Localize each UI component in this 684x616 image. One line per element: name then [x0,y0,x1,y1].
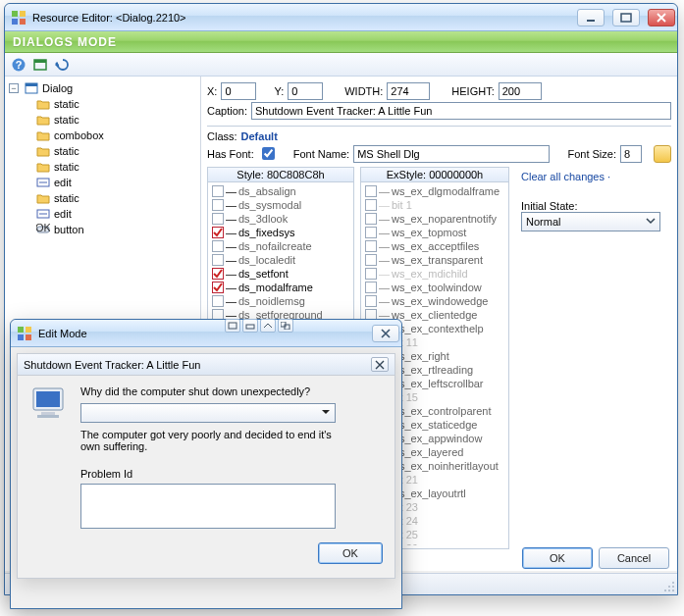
caption-label: Caption: [207,105,247,117]
tool-icon[interactable] [278,319,293,333]
help-icon[interactable]: ? [11,57,26,73]
edit-close-button[interactable] [372,325,399,342]
ok-button[interactable]: OK [522,547,593,569]
svg-rect-33 [366,214,377,225]
svg-rect-1 [20,11,26,17]
style-checkbox[interactable]: —ds_nofailcreate [212,239,349,253]
tree-item[interactable]: static [9,112,196,128]
style-checkbox[interactable]: —ds_absalign [212,184,349,198]
preview-close-icon[interactable] [371,357,389,372]
exstyle-checkbox[interactable]: —ws_ex_toolwindow [365,281,504,294]
mode-ribbon: DIALOGS MODE [5,31,677,53]
x-input[interactable] [221,82,256,100]
chevron-down-icon [321,407,331,419]
svg-point-68 [672,590,674,591]
cancel-button[interactable]: Cancel [599,547,669,569]
question-text: Why did the computer shut down unexpecte… [80,385,383,397]
tree-item[interactable]: static [9,159,196,175]
exstyle-checkbox[interactable]: —bit 1 [365,198,504,212]
hasfont-checkbox[interactable] [262,147,275,160]
tree-item[interactable]: static [9,190,196,206]
svg-rect-39 [366,296,377,307]
edit-icon [36,176,50,189]
caption-input[interactable] [251,102,671,120]
undo-icon[interactable] [54,57,70,73]
fontsize-input[interactable] [620,145,642,163]
tree-item-label: combobox [54,129,104,141]
expander-icon[interactable]: − [9,83,19,93]
preview-dialog-titlebar[interactable]: Shutdown Event Tracker: A Little Fun [18,354,395,376]
tree-item-label: edit [54,208,72,220]
tree-item[interactable]: OKbutton [9,222,196,237]
folder-icon [36,128,50,142]
class-value[interactable]: Default [241,130,278,142]
tree-item-label: static [54,114,79,126]
exstyle-checkbox[interactable]: —ws_ex_acceptfiles [365,239,504,253]
tree-root[interactable]: − Dialog [9,80,196,96]
folder-icon [36,160,50,174]
preview-ok-button[interactable]: OK [318,542,383,564]
tool-icon[interactable] [242,319,258,333]
folder-icon [36,144,50,158]
tree-item[interactable]: static [9,96,196,112]
tool-icon[interactable] [225,319,240,333]
style-checkbox[interactable]: —ds_modalframe [212,281,349,294]
style-checkbox[interactable]: —ds_setfont [212,267,349,281]
exstyle-checkbox[interactable]: —ws_ex_windowedge [365,294,504,308]
svg-rect-72 [26,334,31,340]
description-text: The computer got very poorly and decided… [80,429,345,452]
exstyle-checkbox[interactable]: —ws_ex_noparentnotify [365,212,504,226]
height-input[interactable] [499,82,542,100]
edit-window-title: Edit Mode [38,328,364,339]
close-button[interactable] [648,9,675,26]
svg-rect-73 [229,323,237,329]
checkbox-icon [212,213,224,225]
svg-rect-34 [366,228,377,238]
dialog-icon [25,81,38,95]
width-input[interactable] [387,82,430,100]
checkbox-icon [365,268,377,280]
tool-icon[interactable] [260,319,276,333]
edit-mode-window[interactable]: Edit Mode Shutdown Event Tracker: A Litt… [10,319,402,609]
view-icon[interactable] [32,57,48,73]
clear-changes-link[interactable]: Clear all changes [521,171,605,182]
tree-item-label: static [54,192,79,204]
chevron-down-icon [646,216,656,228]
checkbox-icon [365,185,377,197]
style-checkbox[interactable]: —ds_3dlook [212,212,349,226]
exstyle-checkbox[interactable]: —ws_ex_mdichild [365,267,504,281]
resize-grip-icon[interactable] [661,579,675,592]
svg-rect-18 [213,186,224,197]
hasfont-label: Has Font: [207,148,254,160]
svg-rect-80 [37,415,59,418]
style-checkbox[interactable]: —ds_noidlemsg [212,294,349,308]
svg-text:OK: OK [36,223,50,233]
fontname-input[interactable] [353,145,550,163]
y-input[interactable] [288,82,323,100]
svg-rect-74 [246,325,254,329]
tree-item[interactable]: edit [9,175,196,190]
style-checkbox[interactable]: —ds_localedit [212,253,349,267]
folder-icon [36,191,50,205]
svg-point-66 [664,590,666,591]
problem-id-input[interactable] [80,484,336,529]
svg-point-63 [672,582,674,584]
exstyle-header: ExStyle: 00000000h [361,168,508,182]
style-checkbox[interactable]: —ds_fixedsys [212,226,349,239]
tree-item[interactable]: edit [9,206,196,222]
maximize-button[interactable] [612,9,640,26]
svg-rect-78 [36,391,60,407]
tree-item[interactable]: combobox [9,128,196,143]
initial-state-dropdown[interactable]: Normal [521,212,660,231]
style-checkbox[interactable]: —ds_sysmodal [212,198,349,212]
tree-item[interactable]: static [9,143,196,159]
exstyle-checkbox[interactable]: —ws_ex_topmost [365,226,504,239]
minimize-button[interactable] [577,9,605,26]
svg-rect-22 [213,241,224,252]
svg-rect-5 [621,14,631,22]
reason-combobox[interactable] [80,403,336,423]
exstyle-checkbox[interactable]: —ws_ex_transparent [365,253,504,267]
font-browse-button[interactable] [654,145,671,163]
exstyle-checkbox[interactable]: —ws_ex_dlgmodalframe [365,184,504,198]
titlebar[interactable]: Resource Editor: <Dialog.2210> [5,4,677,31]
